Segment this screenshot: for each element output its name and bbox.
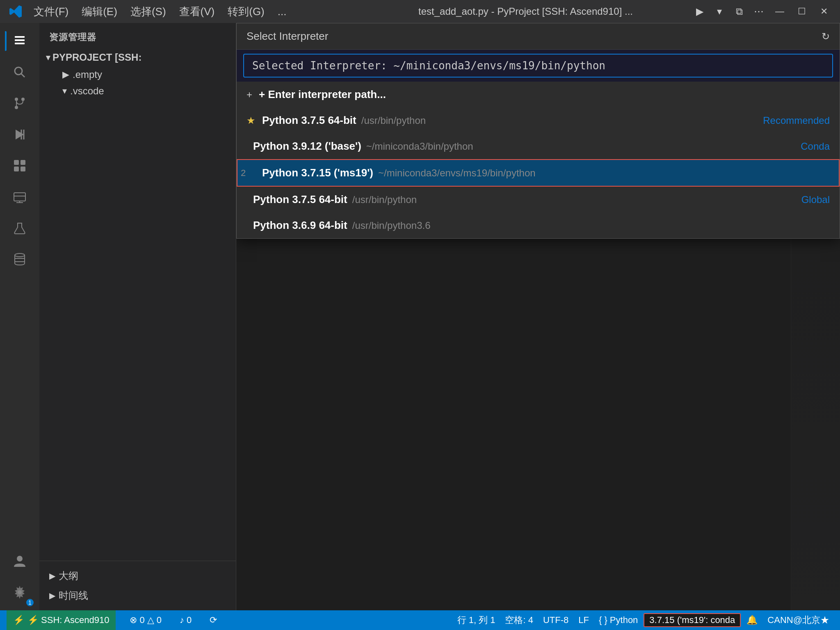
option-1-badge: Conda xyxy=(801,141,830,152)
status-python-version[interactable]: 3.7.15 ('ms19': conda xyxy=(644,613,741,627)
maximize-button[interactable]: ☐ xyxy=(792,5,811,18)
user-label: CANN@北京★ xyxy=(767,614,829,626)
status-sync[interactable]: ⟳ xyxy=(205,610,221,630)
close-button[interactable]: ✕ xyxy=(815,5,833,18)
outline-label: 大纲 xyxy=(59,569,78,582)
sidebar-timeline[interactable]: ▶ 时间线 xyxy=(39,586,236,605)
status-spaces[interactable]: 空格: 4 xyxy=(501,614,537,626)
option-4-name: Python 3.6.9 64-bit xyxy=(253,219,347,232)
menu-file[interactable]: 文件(F) xyxy=(28,2,74,21)
timeline-label: 时间线 xyxy=(59,589,88,602)
ssh-icon: ⚡ xyxy=(13,615,24,625)
run-button[interactable]: ▶ xyxy=(692,3,708,20)
sync-icon: ⟳ xyxy=(210,615,217,625)
status-position[interactable]: 行 1, 列 1 xyxy=(453,614,500,626)
status-info[interactable]: ♪ 0 xyxy=(176,610,196,630)
settings-badge: 1 xyxy=(26,599,34,606)
window-controls: ▶ ▾ ⧉ ⋯ — ☐ ✕ xyxy=(692,3,833,20)
status-ssh[interactable]: ⚡ ⚡ SSH: Ascend910 xyxy=(7,610,116,630)
interpreter-option-1[interactable]: Python 3.9.12 ('base') ~/miniconda3/bin/… xyxy=(237,133,840,159)
menu-edit[interactable]: 编辑(E) xyxy=(76,2,123,21)
option-3-name: Python 3.7.5 64-bit xyxy=(253,193,347,206)
menu-select[interactable]: 选择(S) xyxy=(125,2,172,21)
position-label: 行 1, 列 1 xyxy=(457,614,495,626)
interpreter-title: Select Interpreter xyxy=(247,30,328,43)
activity-explorer[interactable] xyxy=(5,26,34,56)
empty-label: .empty xyxy=(73,69,102,80)
activity-remote[interactable] xyxy=(5,182,34,212)
vscode-chevron-icon: ▾ xyxy=(62,86,67,96)
sidebar-section: ▶ .empty ▾ .vscode xyxy=(39,66,236,99)
vscode-logo xyxy=(7,2,25,21)
refresh-icon[interactable]: ↻ xyxy=(822,31,830,42)
ssh-label: ⚡ SSH: Ascend910 xyxy=(27,615,109,625)
warning-count: 0 xyxy=(157,615,162,625)
option-2-path: ~/miniconda3/envs/ms19/bin/python xyxy=(378,167,536,179)
error-icon: ⊗ xyxy=(130,615,137,625)
status-right: 行 1, 列 1 空格: 4 UTF-8 LF { } Python 3.7.1… xyxy=(453,613,833,627)
activity-bar: 1 xyxy=(0,23,39,610)
interpreter-option-3[interactable]: Python 3.7.5 64-bit /usr/bin/python Glob… xyxy=(237,187,840,212)
sidebar-outline[interactable]: ▶ 大纲 xyxy=(39,566,236,586)
option-0-name: Python 3.7.5 64-bit xyxy=(262,114,356,127)
activity-account[interactable] xyxy=(5,546,34,576)
add-icon: + xyxy=(247,89,252,100)
svg-point-3 xyxy=(15,67,22,75)
interpreter-search-input[interactable] xyxy=(243,54,833,78)
status-bar: ⚡ ⚡ SSH: Ascend910 ⊗ 0 △ 0 ♪ 0 ⟳ 行 1, 列 … xyxy=(0,610,840,630)
activity-extensions[interactable] xyxy=(5,151,34,180)
activity-database[interactable] xyxy=(5,244,34,274)
status-errors[interactable]: ⊗ 0 △ 0 xyxy=(126,610,166,630)
svg-rect-2 xyxy=(15,43,25,44)
sidebar-project[interactable]: ▾ PYPROJECT [SSH: xyxy=(39,48,236,66)
info-icon: ♪ xyxy=(180,615,184,625)
window-title: test_add_aot.py - PyProject [SSH: Ascend… xyxy=(360,6,692,17)
more-actions[interactable]: ⋯ xyxy=(751,3,767,20)
minimize-button[interactable]: — xyxy=(770,5,789,18)
project-label: PYPROJECT [SSH: xyxy=(52,52,142,63)
menu-view[interactable]: 查看(V) xyxy=(173,2,221,21)
interpreter-option-4[interactable]: Python 3.6.9 64-bit /usr/bin/python3.6 xyxy=(237,212,840,238)
status-user[interactable]: CANN@北京★ xyxy=(763,614,833,626)
svg-rect-1 xyxy=(15,39,25,41)
menu-more[interactable]: ... xyxy=(272,3,292,21)
status-language[interactable]: { } Python xyxy=(595,615,642,625)
add-label: + Enter interpreter path... xyxy=(259,88,386,101)
svg-rect-13 xyxy=(21,160,25,165)
sidebar-header: 资源管理器 xyxy=(39,23,236,48)
svg-rect-15 xyxy=(21,167,25,171)
svg-point-24 xyxy=(17,556,23,562)
interpreter-overlay: Select Interpreter ↻ + + Enter interpret… xyxy=(236,23,840,239)
menu-goto[interactable]: 转到(G) xyxy=(222,2,270,21)
sidebar-item-vscode[interactable]: ▾ .vscode xyxy=(46,83,236,99)
activity-source-control[interactable] xyxy=(5,89,34,118)
star-icon: ★ xyxy=(247,115,256,126)
interpreter-option-2[interactable]: 2 Python 3.7.15 ('ms19') ~/miniconda3/en… xyxy=(237,159,840,187)
info-count: 0 xyxy=(187,615,192,625)
menu-bar: 文件(F) 编辑(E) 选择(S) 查看(V) 转到(G) ... xyxy=(28,2,360,21)
split-editor[interactable]: ⧉ xyxy=(731,3,747,20)
activity-flask[interactable] xyxy=(5,213,34,243)
option-2-name: Python 3.7.15 ('ms19') xyxy=(262,167,373,179)
activity-run[interactable] xyxy=(5,120,34,149)
activity-settings[interactable]: 1 xyxy=(5,578,34,607)
main-layout: 1 资源管理器 ▾ PYPROJECT [SSH: ▶ .empty ▾ .vs… xyxy=(0,23,840,610)
svg-rect-14 xyxy=(14,167,19,171)
interpreter-option-0[interactable]: ★ Python 3.7.5 64-bit /usr/bin/python Re… xyxy=(237,107,840,133)
status-encoding[interactable]: UTF-8 xyxy=(539,615,573,625)
sidebar-item-empty[interactable]: ▶ .empty xyxy=(46,66,236,83)
option-3-badge: Global xyxy=(801,194,830,205)
activity-search[interactable] xyxy=(5,57,34,87)
status-notifications[interactable]: 🔔 xyxy=(742,615,762,625)
interpreter-panel: Select Interpreter ↻ + + Enter interpret… xyxy=(236,23,840,239)
line-ending-label: LF xyxy=(578,615,589,625)
option-0-path: /usr/bin/python xyxy=(361,115,426,126)
run-dropdown[interactable]: ▾ xyxy=(711,3,728,20)
svg-line-4 xyxy=(21,74,25,77)
status-line-ending[interactable]: LF xyxy=(574,615,593,625)
language-label: { } Python xyxy=(599,615,638,625)
interpreter-add-path[interactable]: + + Enter interpreter path... xyxy=(237,82,840,107)
option-3-path: /usr/bin/python xyxy=(352,194,417,205)
timeline-chevron-icon: ▶ xyxy=(49,591,55,600)
python-version-label: 3.7.15 ('ms19': conda xyxy=(649,615,735,625)
